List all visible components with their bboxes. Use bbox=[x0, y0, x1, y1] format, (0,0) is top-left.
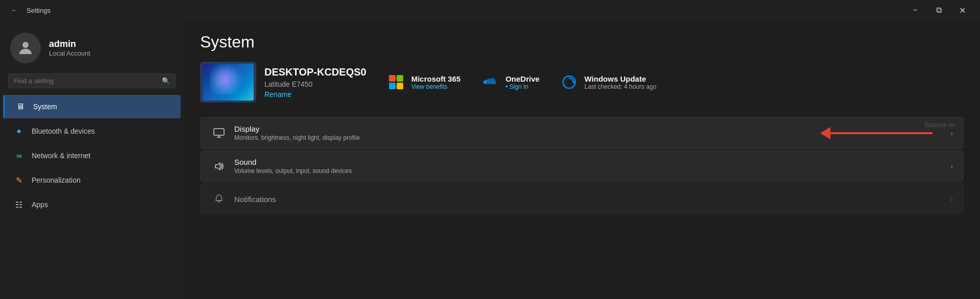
device-card: DESKTOP-KCDEQS0 Latitude E7450 Rename bbox=[200, 62, 366, 103]
minimize-button[interactable]: − bbox=[903, 2, 927, 18]
window-controls: − ⧉ ✕ bbox=[903, 2, 974, 18]
search-box: 🔍 bbox=[8, 73, 176, 88]
sound-subtitle: Volume levels, output, input, sound devi… bbox=[234, 167, 950, 175]
main-layout: admin Local Account 🔍 🖥 System ● Bluetoo… bbox=[0, 20, 980, 299]
sidebar-item-label-apps: Apps bbox=[32, 201, 48, 209]
content-area: System DESKTOP-KCDEQS0 Latitude E7450 Re… bbox=[184, 20, 980, 299]
page-title: System bbox=[200, 33, 964, 52]
notifications-chevron: › bbox=[950, 195, 953, 203]
apps-icon: ☷ bbox=[13, 199, 24, 210]
display-icon bbox=[211, 125, 227, 141]
windowsupdate-status: Last checked: 4 hours ago bbox=[584, 83, 656, 90]
info-row: DESKTOP-KCDEQS0 Latitude E7450 Rename bbox=[200, 62, 964, 103]
sound-chevron: › bbox=[950, 162, 953, 170]
avatar bbox=[10, 33, 41, 63]
settings-list: Display Monitors, brightness, night ligh… bbox=[200, 117, 964, 214]
maximize-button[interactable]: ⧉ bbox=[927, 2, 950, 18]
arrow-annotation bbox=[820, 127, 933, 139]
user-info: admin Local Account bbox=[49, 39, 90, 57]
sound-content: Sound Volume levels, output, input, soun… bbox=[234, 158, 950, 175]
settings-item-display[interactable]: Display Monitors, brightness, night ligh… bbox=[200, 117, 964, 149]
arrow-line bbox=[830, 132, 933, 134]
windowsupdate-title: Windows Update bbox=[584, 74, 656, 83]
back-button[interactable]: ← bbox=[8, 4, 20, 16]
svg-point-0 bbox=[22, 42, 29, 48]
svg-rect-3 bbox=[214, 129, 224, 135]
microsoft365-info: Microsoft 365 View benefits bbox=[411, 74, 461, 90]
network-icon: ≃ bbox=[13, 150, 24, 161]
device-model: Latitude E7450 bbox=[264, 80, 366, 88]
microsoft365-icon bbox=[387, 73, 405, 91]
device-info: DESKTOP-KCDEQS0 Latitude E7450 Rename bbox=[264, 66, 366, 98]
system-icon: 🖥 bbox=[15, 101, 26, 112]
sidebar-item-label-network: Network & internet bbox=[32, 152, 90, 160]
bluetooth-icon: ● bbox=[13, 126, 24, 137]
sidebar-item-label-bluetooth: Bluetooth & devices bbox=[32, 127, 95, 135]
settings-item-notifications[interactable]: Notifications › bbox=[200, 183, 964, 214]
notifications-title: Notifications bbox=[234, 195, 950, 204]
notifications-content: Notifications bbox=[234, 195, 950, 204]
settings-item-sound[interactable]: Sound Volume levels, output, input, soun… bbox=[200, 150, 964, 182]
microsoft365-sub[interactable]: View benefits bbox=[411, 83, 461, 90]
app-title: Settings bbox=[27, 7, 51, 14]
rename-link[interactable]: Rename bbox=[264, 90, 366, 98]
sidebar-item-label-personalization: Personalization bbox=[32, 176, 81, 184]
user-profile[interactable]: admin Local Account bbox=[0, 24, 184, 73]
search-input[interactable] bbox=[14, 77, 158, 85]
watermark: Tekzone.vn bbox=[924, 121, 955, 129]
nav-bluetooth[interactable]: ● Bluetooth & devices bbox=[3, 119, 181, 143]
svg-marker-6 bbox=[215, 163, 220, 170]
user-account-type: Local Account bbox=[49, 49, 90, 57]
personalization-icon: ✎ bbox=[13, 175, 24, 186]
title-bar: ← Settings − ⧉ ✕ bbox=[0, 0, 980, 20]
search-icon: 🔍 bbox=[162, 77, 170, 85]
sound-icon bbox=[211, 158, 227, 175]
device-thumbnail bbox=[200, 62, 256, 103]
onedrive-icon bbox=[481, 73, 499, 91]
display-chevron: › bbox=[950, 129, 953, 137]
nav-system[interactable]: 🖥 System bbox=[3, 95, 181, 118]
close-button[interactable]: ✕ bbox=[950, 2, 974, 18]
sidebar: admin Local Account 🔍 🖥 System ● Bluetoo… bbox=[0, 20, 184, 299]
arrowhead-icon bbox=[820, 127, 830, 139]
device-name: DESKTOP-KCDEQS0 bbox=[264, 66, 366, 78]
sound-title: Sound bbox=[234, 158, 950, 166]
nav-network[interactable]: ≃ Network & internet bbox=[3, 144, 181, 167]
windowsupdate-card: Windows Update Last checked: 4 hours ago bbox=[560, 73, 656, 91]
onedrive-title: OneDrive bbox=[505, 74, 540, 83]
windowsupdate-icon bbox=[560, 73, 578, 91]
onedrive-info: OneDrive • Sign In bbox=[505, 74, 540, 90]
search-container: 🔍 bbox=[0, 73, 184, 94]
nav-apps[interactable]: ☷ Apps bbox=[3, 193, 181, 216]
title-bar-left: ← Settings bbox=[8, 4, 51, 16]
notifications-icon bbox=[211, 191, 227, 207]
windowsupdate-info: Windows Update Last checked: 4 hours ago bbox=[584, 74, 656, 90]
microsoft365-title: Microsoft 365 bbox=[411, 74, 461, 83]
sidebar-item-label-system: System bbox=[33, 103, 57, 111]
user-name: admin bbox=[49, 39, 90, 49]
onedrive-signin[interactable]: Sign In bbox=[509, 83, 528, 90]
onedrive-sub[interactable]: • Sign In bbox=[505, 83, 540, 90]
microsoft365-card: Microsoft 365 View benefits bbox=[387, 73, 461, 91]
onedrive-card: OneDrive • Sign In bbox=[481, 73, 540, 91]
nav-personalization[interactable]: ✎ Personalization bbox=[3, 168, 181, 192]
